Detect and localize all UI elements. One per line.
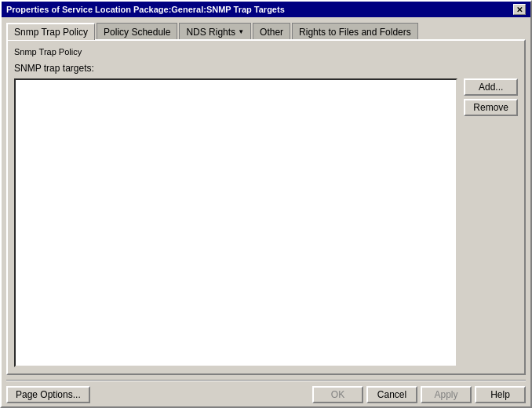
nds-rights-dropdown-arrow: ▼	[238, 28, 244, 35]
panel-content: Add... Remove	[14, 78, 518, 367]
apply-button[interactable]: Apply	[421, 386, 472, 403]
title-bar: Properties of Service Location Package:G…	[2, 2, 530, 17]
active-tab-label: Snmp Trap Policy	[14, 47, 518, 56]
bottom-left: Page Options...	[6, 386, 90, 403]
remove-button[interactable]: Remove	[464, 99, 518, 116]
main-window: Properties of Service Location Package:G…	[0, 0, 532, 408]
window-title: Properties of Service Location Package:G…	[6, 5, 285, 14]
ok-button[interactable]: OK	[312, 386, 363, 403]
section-label: SNMP trap targets:	[14, 63, 518, 74]
cancel-button[interactable]: Cancel	[366, 386, 417, 403]
bottom-right: OK Cancel Apply Help	[312, 386, 526, 403]
tab-nds-rights[interactable]: NDS Rights ▼	[179, 23, 251, 40]
content-area: Snmp Trap Policy Policy Schedule NDS Rig…	[2, 17, 530, 380]
tab-other[interactable]: Other	[253, 23, 290, 40]
add-button[interactable]: Add...	[464, 78, 518, 96]
tabs-row: Snmp Trap Policy Policy Schedule NDS Rig…	[6, 22, 526, 39]
help-button[interactable]: Help	[475, 386, 526, 403]
tab-snmp-trap-policy[interactable]: Snmp Trap Policy	[6, 23, 95, 40]
close-button[interactable]: ✕	[513, 4, 526, 15]
snmp-targets-listbox[interactable]	[14, 78, 457, 367]
tab-rights-files-folders[interactable]: Rights to Files and Folders	[292, 23, 418, 40]
side-buttons: Add... Remove	[464, 78, 518, 367]
tab-policy-schedule[interactable]: Policy Schedule	[97, 23, 177, 40]
page-options-button[interactable]: Page Options...	[6, 386, 90, 403]
bottom-bar: Page Options... OK Cancel Apply Help	[2, 381, 530, 406]
tab-panel: Snmp Trap Policy SNMP trap targets: Add.…	[6, 39, 526, 375]
